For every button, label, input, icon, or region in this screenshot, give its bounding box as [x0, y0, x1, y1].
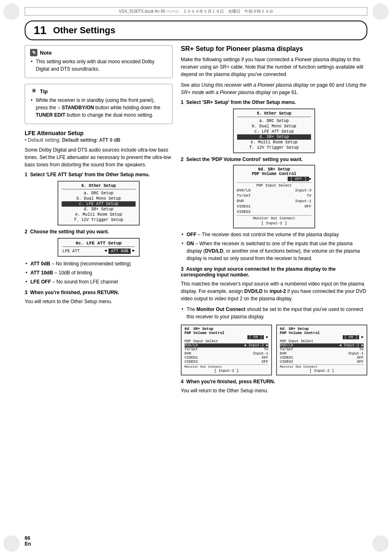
dual-right-pdp-label: PDP Input Select: [280, 339, 364, 343]
sr-step4-header: 4 When you're finished, press RETURN.: [181, 379, 367, 385]
dual-right-row2-value: Input-1: [348, 352, 364, 356]
pdp-monitor-value-text: [ Input-2 ]: [261, 221, 287, 226]
lfe-bullet-1: ATT 10dB – 10dB of limiting: [25, 269, 173, 276]
tip-standby: STANDBY/ON: [62, 105, 94, 111]
sr-bullet-on: ON – When the receiver is switched to on…: [181, 240, 367, 262]
dual-right-row-3: VIDEO1 OFF: [280, 356, 364, 360]
dual-left-value-text: [ ON ]: [247, 335, 264, 339]
dual-left-title: 6d. SR+ Setup: [184, 327, 268, 331]
pdp-menu-subtitle: PDP Volume Control: [237, 172, 311, 176]
dual-right-row-1: TV/SAT TV: [280, 348, 364, 352]
dual-right-title: 6d. SR+ Setup: [280, 327, 364, 331]
lfe-left-arrow: ◄: [104, 249, 107, 254]
tip-icon: ☀: [30, 88, 37, 95]
pdp-monitor-label: Monitor Out Connect: [237, 216, 311, 221]
pdp-monitor-value: [ Input-2 ]: [237, 221, 311, 226]
note-header: ✎ Note: [30, 49, 167, 56]
pdp-dvr-label: DVR: [237, 199, 244, 203]
dual-right-monitor-label: Monitor Out Connect: [280, 364, 364, 368]
pdp-row-video1: VIDEO1 OFF: [237, 204, 311, 209]
dual-left-row3-value: OFF: [262, 356, 268, 360]
dual-right-row-4: VIDEO2 OFF: [280, 360, 364, 364]
dual-left-row-4: VIDEO2 OFF: [184, 360, 268, 364]
dual-right-row4-value: OFF: [357, 360, 364, 364]
sr-intro2-italic1: Using this receiver with a Pioneer plasm…: [201, 82, 309, 88]
lfe-step1-num: 1: [25, 172, 28, 177]
pdp-menu-container: 6d. SR+ Setup PDP Volume Control [ OFF ]…: [181, 165, 367, 228]
sr-step4-sub: You will return to the Other Setup menu.: [181, 387, 367, 394]
lfe-step2-num: 2: [25, 229, 28, 235]
sr-step2-text: Select the 'PDP Volume Control' setting …: [186, 157, 302, 162]
dual-left-pdp-label: PDP Input Select: [184, 339, 268, 343]
corner-decoration-tr: [372, 3, 389, 20]
note-label: Note: [40, 50, 52, 56]
pdp-tvsat-label: TV/SAT: [237, 193, 251, 198]
dual-right-row3-label: VIDEO1: [280, 356, 293, 360]
sr-section-title: SR+ Setup for Pioneer plasma displays: [181, 45, 367, 53]
pdp-menu: 6d. SR+ Setup PDP Volume Control [ OFF ]…: [233, 165, 315, 228]
lfe-step1-text: Select 'LFE ATT Setup' from the Other Se…: [30, 172, 150, 177]
lfe-step2-text: Choose the setting that you want.: [30, 229, 109, 235]
dual-left-value: [ ON ] ►: [184, 335, 268, 339]
pdp-off-value: [ OFF ]: [288, 177, 309, 181]
sr-menu1-item-0: a. DRC Setup: [237, 118, 311, 124]
sr-step1-header: 1 Select 'SR+ Setup' from the Other Setu…: [181, 99, 367, 105]
pdp-divider2: [237, 215, 311, 216]
sr-monitor-note: The Monitor Out Connect should be set to…: [181, 306, 367, 320]
dual-right-value-text: [ ON ]: [343, 335, 359, 339]
lfe-att-row: LFE ATT ◄ ATT 0dB ►: [62, 249, 135, 254]
sr-menu1-item-5: f. 12V Trigger Setup: [237, 145, 311, 150]
sr-step4-text: When you're finished, press RETURN.: [186, 379, 275, 385]
dual-menu-left: 6d. SR+ Setup PDP Volume Control [ ON ] …: [181, 325, 272, 375]
pdp-row-video2: VIDEO2: [237, 209, 311, 214]
lfe-step3-num: 3: [25, 290, 28, 295]
sr-menu1-title: 5. Other Setup: [237, 111, 311, 117]
lfe-menu1: 6. Other Setup a. DRC Setup b. Dual Mono…: [58, 181, 140, 226]
lfe-menu1-item-3: d. SR+ Setup: [62, 207, 136, 212]
pdp-divider: [237, 182, 311, 183]
dual-right-row-2: DVR Input-1: [280, 352, 364, 356]
lfe-menu1-item-0: a. DRC Setup: [62, 191, 136, 196]
lfe-step2-header: 2 Choose the setting that you want.: [25, 229, 173, 235]
sr-step3-num: 3: [181, 266, 184, 272]
lfe-description: Some Dolby Digital and DTS audio sources…: [25, 146, 173, 168]
pdp-dvdld-label: DVD/LD: [237, 188, 251, 193]
dual-right-monitor-value: [ Input-2 ]: [280, 369, 364, 373]
dual-right-row-0: DVD/LD ◄ Input-2 ►: [280, 343, 364, 348]
sr-step2-header: 2 Select the 'PDP Volume Control' settin…: [181, 157, 367, 162]
lfe-att-value: ATT 0dB: [108, 249, 131, 254]
top-metadata-bar: VSX_9100TX.book.fm 66 ページ ２００４年５月１９日 水曜日…: [25, 7, 367, 16]
lfe-menu1-item-5: f. 12V Trigger Setup: [62, 217, 136, 223]
lfe-bullet-0: ATT 0dB – No limiting (recommended setti…: [25, 260, 173, 267]
chapter-number: 11: [34, 24, 46, 37]
sr-menu1-item-2: c. LFE ATT Setup: [237, 129, 311, 134]
dual-left-row2-value: Input-1: [253, 352, 268, 356]
pdp-video1-label: VIDEO1: [237, 204, 251, 209]
pdp-video1-value: OFF: [304, 204, 311, 209]
corner-decoration-br: [372, 535, 389, 552]
dual-left-row1-label: TV/SAT: [184, 348, 198, 352]
lfe-att-menu-container: 6c. LFE ATT Setup LFE ATT ◄ ATT 0dB ►: [25, 238, 173, 257]
corner-decoration-bl: [3, 535, 20, 552]
lfe-menu1-item-2: c. LFE ATT Setup: [62, 201, 136, 207]
tip-tuner: TUNER EDIT: [36, 112, 65, 118]
pdp-row-dvr: DVR Input-1: [237, 198, 311, 204]
left-column: ✎ Note This setting works only with dual…: [25, 45, 173, 530]
chapter-header: 11 Other Settings: [25, 21, 367, 40]
page-locale: En: [25, 541, 31, 547]
dual-right-row0-value: ◄ Input-2 ►: [339, 343, 364, 348]
sr-step3-text: Assign any input source connected to the…: [181, 266, 336, 278]
dual-right-row1-value: TV: [359, 348, 364, 352]
pdp-row-tvsat: TV/SAT TV: [237, 193, 311, 198]
metadata-text: VSX_9100TX.book.fm 66 ページ ２００４年５月１９日 水曜日…: [119, 9, 273, 14]
dual-left-row3-label: VIDEO1: [184, 356, 198, 360]
dual-left-subtitle: PDP Volume Control: [184, 331, 268, 335]
lfe-step3-sub: You will return to the Other Setup menu.: [25, 298, 173, 305]
dual-left-monitor-value: [ Input-2 ]: [184, 369, 268, 373]
lfe-menu1-item-4: e. Multi Room Setup: [62, 212, 136, 217]
lfe-menu1-item-1: b. Dual Mono Setup: [62, 196, 136, 201]
lfe-menu1-container: 6. Other Setup a. DRC Setup b. Dual Mono…: [25, 181, 173, 226]
lfe-att-menu: 6c. LFE ATT Setup LFE ATT ◄ ATT 0dB ►: [58, 238, 140, 257]
lfe-att-title: 6c. LFE ATT Setup: [62, 241, 135, 247]
sr-menu1-container: 5. Other Setup a. DRC Setup b. Dual Mono…: [181, 108, 367, 153]
